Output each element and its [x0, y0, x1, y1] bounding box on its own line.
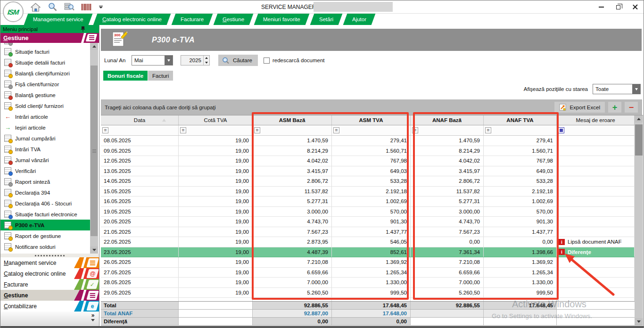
table-row-26-05-2025[interactable]: 26.05.202519,007.210,081.369,927.210,081… [101, 257, 635, 268]
sidebar-item-ie-iri-articole[interactable]: →Ieşiri articole [0, 122, 91, 133]
sidebar-splitter[interactable] [0, 254, 99, 257]
ribbon-tab-set-ri[interactable]: Setări [310, 14, 342, 25]
remove-row-button[interactable]: − [625, 102, 638, 113]
sidebar-item-intr-ri-articole[interactable]: ←Intrări articole [0, 111, 91, 122]
table-row-20-05-2025[interactable]: 20.05.202519,004.743,70901,304.743,70901… [101, 217, 635, 227]
column-header-asm-tva[interactable]: ASM TVA [332, 115, 411, 125]
ribbon-tab-facturare[interactable]: Facturare [171, 14, 213, 25]
ribbon-tab-meniuri-favorite[interactable]: Meniuri favorite [254, 14, 309, 25]
sidebar-item-intr-ri-tva[interactable]: Intrări TVA [0, 144, 91, 155]
filter-cell-asm-baz[interactable]: = [253, 125, 332, 135]
column-header-mesaj-de-eroare[interactable]: Mesaj de eroare [557, 115, 635, 125]
table-row-22-05-2025[interactable]: 22.05.202519,002.873,95546,050,000,00iLi… [101, 237, 635, 247]
grid-scrollbar[interactable] [635, 115, 643, 325]
sidebar-group-facturare[interactable]: Facturare✓ [0, 279, 99, 290]
table-row-08-05-2025[interactable]: 08.05.202519,001.470,59279,411.470,59279… [101, 136, 635, 146]
ribbon-tab-catalog-electronic-online[interactable]: Catalog electronic online [93, 14, 171, 25]
sidebar-item-p300-e-tva[interactable]: P300 e-TVA [0, 220, 91, 230]
column-header-data[interactable]: Data [101, 115, 179, 125]
sidebar-item-jurnal-cump-r-ri[interactable]: Jurnal cumpărări [0, 133, 91, 144]
checkbox-filter-icon[interactable] [558, 127, 564, 133]
sidebar-item-fi-client-furnizor[interactable]: Fişă client/furnizor [0, 79, 91, 90]
sidebar-item-situa-ie-facturi-electronice[interactable]: Situaţie facturi electronice [0, 209, 91, 220]
scroll-up-icon[interactable] [635, 115, 643, 123]
spin-down-icon[interactable] [204, 60, 209, 65]
table-row-12-05-2025[interactable]: 12.05.202519,004.042,02767,984.042,02767… [101, 156, 635, 166]
sidebar-section-gestiune[interactable]: Gestiune [0, 33, 99, 43]
tab-facturi[interactable]: Facturi [148, 71, 173, 81]
chevron-down-icon[interactable] [632, 84, 640, 94]
sidebar-item-declara-ia-394[interactable]: Declaraţia 394 [0, 187, 91, 198]
table-row-15-05-2025[interactable]: 15.05.202519,0011.537,822.192,1811.537,8… [101, 187, 635, 197]
table-row-23-05-2025[interactable]: 23.05.202519,004.487,39852,617.361,341.3… [101, 247, 635, 258]
sidebar-item-situa-ie-detalii-facturi[interactable]: Situaţie detalii facturi [0, 57, 91, 68]
sidebar-scrollbar[interactable] [90, 43, 98, 254]
column-header-anaf-baz[interactable]: ANAF Bază [411, 115, 484, 125]
ribbon-tab-management-service[interactable]: Management service [24, 14, 92, 25]
restore-button[interactable] [610, 0, 627, 14]
sidebar-item-verific-ri[interactable]: Verificări [0, 165, 91, 176]
search-button[interactable]: Căutare [218, 55, 258, 66]
pin-icon[interactable] [81, 26, 85, 33]
tab-bonuri-fiscale[interactable]: Bonuri fiscale [103, 71, 148, 81]
sidebar-item-balan-gestiune[interactable]: Balanţă gestiune [0, 90, 91, 100]
column-header-asm-baz[interactable]: ASM Bază [253, 115, 332, 125]
ribbon-tab-ajutor[interactable]: Ajutor [343, 14, 375, 25]
sidebar-group-gestiune[interactable]: Gestiune [0, 290, 99, 301]
search-icon[interactable] [47, 2, 58, 12]
chevron-down-icon[interactable] [165, 56, 173, 65]
sidebar-group-contabilizare[interactable]: Contabilizaree [0, 301, 99, 312]
data-search-icon[interactable] [64, 2, 75, 12]
table-row-16-05-2025[interactable]: 16.05.202519,005.277,311.002,695.277,311… [101, 197, 635, 207]
month-select[interactable]: Mai [132, 55, 173, 66]
sidebar-item-notificare-solduri[interactable]: Notificare solduri [0, 241, 91, 252]
sidebar-item-sold-clien-i-furnizori[interactable]: Sold clienţi/ furnizori [0, 100, 91, 111]
spin-up-icon[interactable] [204, 56, 209, 60]
sidebar-item-jurnal-v-nz-ri[interactable]: Jurnal vânzări [0, 155, 91, 165]
export-excel-button[interactable]: Export Excel [554, 102, 605, 113]
scrollbar-thumb[interactable] [635, 124, 643, 156]
equals-filter-icon[interactable]: = [180, 127, 186, 133]
filter-cell-asm-tva[interactable]: = [332, 125, 411, 135]
equals-filter-icon[interactable]: = [412, 127, 418, 133]
filter-cell-mesaj-de-eroare[interactable] [557, 125, 635, 135]
redownload-checkbox[interactable] [264, 57, 270, 64]
table-row-28-05-2025[interactable]: 28.05.202519,007.000,001.330,007.000,001… [101, 278, 635, 288]
sidebar-item-raport-sintez[interactable]: Raport sinteză [0, 176, 91, 187]
equals-filter-icon[interactable]: = [254, 127, 260, 133]
equals-filter-icon[interactable]: = [485, 127, 491, 133]
toolbar-options-icon[interactable] [98, 2, 104, 12]
equals-filter-icon[interactable]: = [102, 127, 108, 133]
filter-cell-data[interactable]: = [101, 125, 179, 135]
sidebar-group-catalog-electronic-online[interactable]: Catalog electronic online@ [0, 268, 99, 279]
sidebar-item-balan-clien-i-furnizori[interactable]: Balanţă clienţi/furnizori [0, 68, 91, 79]
filter-cell-anaf-baz[interactable]: = [411, 125, 484, 135]
scroll-down-icon[interactable] [90, 246, 98, 254]
table-row-13-05-2025[interactable]: 13.05.202519,003.415,97649,033.415,97649… [101, 166, 635, 177]
minimize-button[interactable] [593, 0, 610, 14]
table-row-21-05-2025[interactable]: 21.05.202519,007.567,231.437,777.567,231… [101, 227, 635, 238]
table-row-14-05-2025[interactable]: 14.05.202519,002.806,72533,282.806,72533… [101, 176, 635, 187]
sidebar-item-raport-de-gestiune[interactable]: Raport de gestiune [0, 230, 91, 241]
sidebar-item-vechime-stocuri[interactable]: Vechime stocuri [0, 43, 91, 46]
sidebar-item-declara-ia-406-stocuri[interactable]: Declaraţia 406 - Stocuri [0, 198, 91, 209]
table-row-27-05-2025[interactable]: 27.05.202519,006.659,661.265,346.659,661… [101, 268, 635, 278]
sidebar-item-situa-ie-facturi[interactable]: Situaţie facturi [0, 46, 91, 57]
equals-filter-icon[interactable]: = [333, 127, 339, 133]
filter-cell-cot-tva[interactable]: = [179, 125, 253, 135]
table-row-29-05-2025[interactable]: 29.05.202519,005.260,50999,505.260,50999… [101, 288, 635, 298]
column-header-cot-tva[interactable]: Cotă TVA [179, 115, 253, 125]
sidebar-group-management-service[interactable]: Management service [0, 257, 99, 268]
column-header-anaf-tva[interactable]: ANAF TVA [484, 115, 557, 125]
barcode-icon[interactable] [81, 2, 92, 12]
scrollbar-thumb[interactable] [91, 66, 98, 236]
close-button[interactable] [627, 0, 644, 14]
table-row-19-05-2025[interactable]: 19.05.202519,003.000,00570,003.000,00570… [101, 207, 635, 217]
expand-chevron-icon[interactable]: » [91, 313, 95, 321]
ribbon-tab-gestiune[interactable]: Gestiune [214, 14, 254, 25]
table-row-09-05-2025[interactable]: 09.05.202519,008.214,291.560,718.214,291… [101, 146, 635, 156]
filter-cell-anaf-tva[interactable]: = [484, 125, 557, 135]
scroll-down-icon[interactable] [635, 318, 643, 325]
state-select[interactable]: Toate [593, 84, 641, 94]
scroll-up-icon[interactable] [90, 43, 98, 50]
